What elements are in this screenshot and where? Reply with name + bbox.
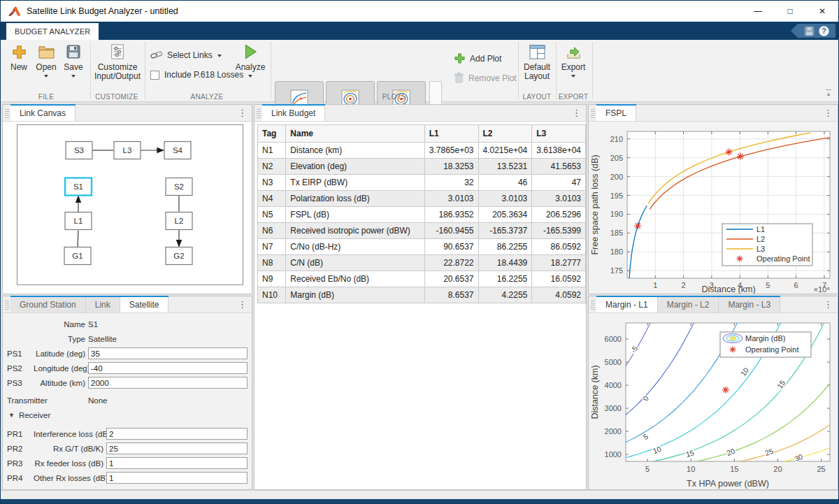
row-value: 4.0215e+04 <box>478 143 532 159</box>
tab-margin-l2[interactable]: Margin - L2 <box>658 297 719 312</box>
customize-io-button[interactable]: Customize Input/Output <box>94 42 141 81</box>
customize-section-label: CUSTOMIZE <box>92 93 142 101</box>
column-header[interactable]: Name <box>286 125 424 143</box>
tab-budget-analyzer[interactable]: BUDGET ANALYZER <box>6 23 99 40</box>
panel-grip-icon[interactable] <box>5 109 9 118</box>
analyze-caret[interactable] <box>248 75 252 78</box>
tab-link-budget[interactable]: Link Budget <box>262 106 325 121</box>
tab-ground-station[interactable]: Ground Station <box>10 297 86 312</box>
y-tick-label: 195 <box>610 192 623 200</box>
panel-menu-icon[interactable]: ⋮ <box>572 107 581 119</box>
row-name: C/N (dB) <box>286 255 424 271</box>
select-links-caret[interactable] <box>217 55 222 57</box>
link-budget-table[interactable]: TagNameL1L2L3N1Distance (km)3.7865e+034.… <box>257 124 586 303</box>
row-value: 41.5653 <box>532 159 586 175</box>
help-icon[interactable]: ? <box>818 25 830 37</box>
field-input-ps2[interactable] <box>88 362 248 374</box>
export-caret[interactable] <box>571 75 575 78</box>
p618-checkbox-row[interactable]: Include P.618 Losses <box>150 70 243 80</box>
link-icon <box>150 50 163 60</box>
tab-link[interactable]: Link <box>86 297 120 312</box>
minimize-button[interactable]: — <box>742 1 774 22</box>
save-icon <box>66 42 81 62</box>
panel-menu-icon[interactable]: ⋮ <box>824 107 833 119</box>
table-row[interactable]: N4Polarization loss (dB)3.01033.01033.01… <box>258 191 586 207</box>
link-budget-panel: Link Budget ⋮ TagNameL1L2L3N1Distance (k… <box>254 104 587 490</box>
p618-checkbox[interactable] <box>150 71 159 80</box>
field-input-pr2[interactable] <box>106 442 248 454</box>
tab-link-canvas[interactable]: Link Canvas <box>10 106 76 121</box>
window-controls: — □ ✕ <box>742 1 838 22</box>
node-label: L3 <box>123 146 132 154</box>
link-canvas-panel: Link Canvas ⋮ S3L3S4S1S2L1L2G1G2 <box>2 104 252 294</box>
open-dropdown-caret[interactable] <box>44 75 48 78</box>
table-row[interactable]: N2Elevation (deg)18.325313.523141.5653 <box>258 159 586 175</box>
table-row[interactable]: N1Distance (km)3.7865e+034.0215e+043.613… <box>258 143 586 159</box>
row-value: 206.5296 <box>532 207 586 223</box>
link-budget-header: Link Budget ⋮ <box>254 105 586 122</box>
property-label: Name <box>34 320 85 329</box>
panel-grip-icon[interactable] <box>591 109 595 118</box>
panel-menu-icon[interactable]: ⋮ <box>238 298 247 310</box>
collapse-ribbon-button[interactable]: ▲ <box>826 89 831 97</box>
new-button[interactable]: New <box>6 42 31 72</box>
y-tick-label: 205 <box>610 154 623 162</box>
tab-margin-l3[interactable]: Margin - L3 <box>719 297 780 312</box>
tab-satellite[interactable]: Satellite <box>120 297 169 312</box>
fspl-header: FSPL ⋮ <box>589 105 838 122</box>
new-label: New <box>10 63 27 72</box>
maximize-button[interactable]: □ <box>774 1 806 22</box>
save-button[interactable]: Save <box>61 42 86 78</box>
open-icon <box>38 42 55 62</box>
row-value: 20.6537 <box>424 271 478 287</box>
panel-grip-icon[interactable] <box>5 301 9 310</box>
node-label: L2 <box>175 217 184 225</box>
receiver-collapse-icon[interactable]: ▼ <box>8 412 15 419</box>
tab-margin-l1[interactable]: Margin - L1 <box>596 297 658 312</box>
field-input-ps1[interactable] <box>88 347 248 359</box>
table-row[interactable]: N10Margin (dB)8.65374.22554.0592 <box>258 287 586 303</box>
analyze-button[interactable]: Analyze <box>235 42 266 78</box>
field-input-pr3[interactable] <box>106 457 248 469</box>
default-layout-button[interactable]: Default Layout <box>521 42 553 81</box>
save-label: Save <box>64 63 83 72</box>
select-links-button[interactable]: Select Links <box>150 50 222 60</box>
link-budget-body: TagNameL1L2L3N1Distance (km)3.7865e+034.… <box>254 122 586 489</box>
quick-save-icon[interactable] <box>804 26 815 36</box>
table-row[interactable]: N6Received isotropic power (dBW)-160.945… <box>258 223 586 239</box>
link-diagram[interactable]: S3L3S4S1S2L1L2G1G2 <box>17 124 243 285</box>
row-value: 8.6537 <box>424 287 478 303</box>
column-header[interactable]: L1 <box>424 125 478 143</box>
field-label: Rx G/T (dB/K) <box>34 445 103 453</box>
column-header[interactable]: L3 <box>532 125 586 143</box>
file-section-label: FILE <box>6 93 86 101</box>
panel-menu-icon[interactable]: ⋮ <box>824 298 833 310</box>
tab-fspl[interactable]: FSPL <box>596 106 636 121</box>
table-row[interactable]: N9Received Eb/No (dB)20.653716.225516.05… <box>258 271 586 287</box>
field-input-pr1[interactable] <box>106 428 248 440</box>
field-input-ps3[interactable] <box>88 377 248 389</box>
properties-header: Ground StationLinkSatellite ⋮ <box>3 296 252 313</box>
column-header[interactable]: L2 <box>478 125 532 143</box>
table-row[interactable]: N5FSPL (dB)186.9352205.3634206.5296 <box>258 207 586 223</box>
add-plot-button[interactable]: Add Plot <box>454 52 501 64</box>
remove-plot-button[interactable]: Remove Plot <box>454 72 517 84</box>
panel-grip-icon[interactable] <box>257 109 261 118</box>
panel-menu-icon[interactable]: ⋮ <box>238 107 247 119</box>
field-input-pr4[interactable] <box>106 472 248 484</box>
field-label: Altitude (km) <box>34 379 85 387</box>
x-tick-label: 5 <box>645 465 650 473</box>
export-button[interactable]: Export <box>559 42 588 78</box>
trash-icon <box>454 72 464 84</box>
table-row[interactable]: N8C/N (dB)22.872218.443918.2777 <box>258 255 586 271</box>
panel-grip-icon[interactable] <box>591 301 595 310</box>
table-row[interactable]: N7C/No (dB-Hz)90.653786.225586.0592 <box>258 239 586 255</box>
field-tag: PS1 <box>7 350 34 358</box>
node-label: G1 <box>72 252 83 260</box>
close-button[interactable]: ✕ <box>806 1 838 22</box>
table-row[interactable]: N3Tx EIRP (dBW)324647 <box>258 175 586 191</box>
open-button[interactable]: Open <box>33 42 59 78</box>
row-value: -165.5399 <box>532 223 586 239</box>
save-dropdown-caret[interactable] <box>71 75 76 78</box>
column-header[interactable]: Tag <box>258 125 286 143</box>
